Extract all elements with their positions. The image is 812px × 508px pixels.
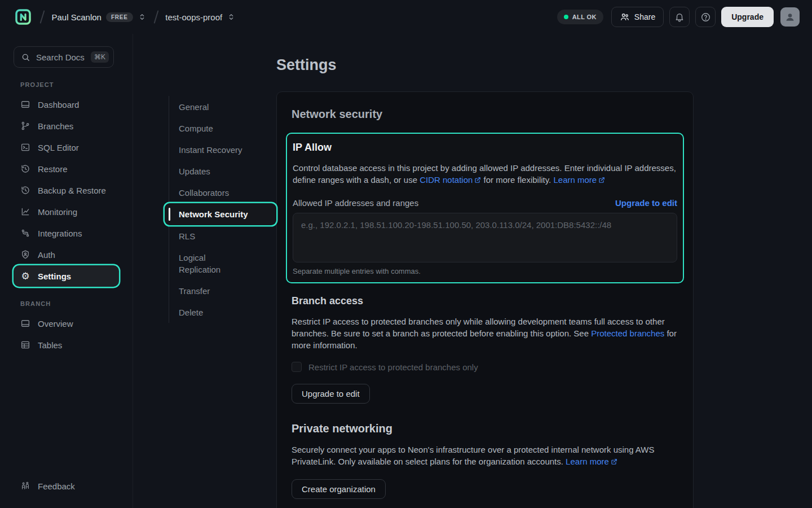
learn-more-link[interactable]: Learn more — [566, 457, 609, 466]
account-name: Paul Scanlon — [52, 12, 102, 22]
feedback-button[interactable]: Feedback — [20, 481, 75, 491]
top-header: Paul Scanlon FREE test-oops-proof ALL OK — [0, 0, 812, 34]
search-icon — [21, 52, 30, 62]
breadcrumb-divider — [40, 10, 45, 23]
subnav-item-network-security[interactable]: Network Security — [165, 203, 276, 225]
sidebar-item-auth[interactable]: Auth — [14, 244, 119, 265]
sidebar-item-monitoring[interactable]: Monitoring — [14, 201, 119, 222]
sidebar-item-settings[interactable]: ⚙ Settings — [14, 265, 119, 287]
subnav-item-compute[interactable]: Compute — [169, 117, 276, 139]
settings-main: Settings Network security IP Allow Contr… — [276, 34, 694, 508]
person-icon — [784, 11, 796, 23]
chevron-updown-icon — [227, 12, 236, 21]
sidebar-item-overview[interactable]: Overview — [14, 313, 119, 334]
neon-console: Paul Scanlon FREE test-oops-proof ALL OK — [0, 0, 812, 508]
breadcrumb-divider — [153, 10, 158, 23]
neon-logo[interactable] — [14, 7, 33, 27]
table-icon — [20, 340, 30, 350]
subnav-item-updates[interactable]: Updates — [169, 160, 276, 182]
ip-addresses-textarea[interactable] — [293, 213, 677, 262]
subnav-item-instant-recovery[interactable]: Instant Recovery — [169, 139, 276, 160]
sidebar-item-label: SQL Editor — [38, 143, 79, 152]
help-button[interactable] — [695, 7, 716, 27]
project-selector[interactable]: test-oops-proof — [165, 12, 236, 22]
search-shortcut: ⌘K — [91, 51, 109, 63]
settings-subnav: General Compute Instant Recovery Updates… — [169, 96, 276, 508]
bell-icon — [674, 12, 685, 22]
sidebar-item-label: Overview — [38, 319, 73, 329]
ip-allow-description: Control database access in this project … — [293, 162, 677, 186]
avatar[interactable] — [780, 7, 800, 27]
subnav-item-collaborators[interactable]: Collaborators — [169, 182, 276, 203]
branch-nav: Overview Tables — [0, 313, 133, 356]
sidebar-item-label: Auth — [38, 250, 55, 260]
sidebar-item-dashboard[interactable]: Dashboard — [14, 94, 119, 115]
notifications-button[interactable] — [669, 7, 690, 27]
sidebar-item-backup-restore[interactable]: Backup & Restore — [14, 179, 119, 201]
status-text: ALL OK — [572, 14, 597, 20]
external-link-icon — [611, 458, 617, 465]
sidebar-item-label: Branches — [38, 121, 73, 131]
branch-icon — [20, 121, 30, 131]
sidebar-item-label: Tables — [38, 340, 62, 350]
cidr-notation-link[interactable]: CIDR notation — [420, 175, 473, 185]
subnav-item-transfer[interactable]: Transfer — [169, 280, 276, 301]
subnav-item-rls[interactable]: RLS — [169, 225, 276, 247]
gear-icon: ⚙ — [20, 271, 30, 281]
status-dot-icon — [564, 15, 568, 19]
sidebar-item-label: Dashboard — [38, 100, 79, 110]
create-organization-button[interactable]: Create organization — [292, 479, 386, 499]
feedback-people-icon — [20, 481, 30, 491]
backup-clock-icon — [20, 185, 30, 195]
protected-branches-link[interactable]: Protected branches — [591, 329, 664, 338]
project-name: test-oops-proof — [165, 12, 222, 22]
integrations-icon — [20, 228, 30, 238]
private-networking-description: Securely connect your apps to Neon's inf… — [292, 444, 678, 467]
sidebar-item-label: Backup & Restore — [38, 186, 106, 195]
upgrade-to-edit-button[interactable]: Upgrade to edit — [292, 384, 370, 404]
ip-allow-desc-text: for more flexibility. — [481, 175, 553, 185]
window-icon — [20, 99, 30, 110]
subnav-item-delete[interactable]: Delete — [169, 301, 276, 323]
restrict-ip-checkbox[interactable] — [292, 362, 302, 372]
status-badge[interactable]: ALL OK — [557, 10, 603, 24]
external-link-icon — [598, 177, 605, 183]
sidebar-item-sql-editor[interactable]: SQL Editor — [14, 137, 119, 158]
page-title: Settings — [276, 56, 694, 74]
sidebar-item-tables[interactable]: Tables — [14, 334, 119, 356]
ip-allow-highlight-box: IP Allow Control database access in this… — [286, 133, 684, 283]
sidebar-item-branches[interactable]: Branches — [14, 115, 119, 137]
chart-icon — [20, 207, 30, 217]
org-selector[interactable]: Paul Scanlon FREE — [52, 12, 147, 22]
section-title: Network security — [292, 108, 678, 121]
neon-logo-icon — [14, 8, 32, 26]
network-security-card: Network security IP Allow Control databa… — [276, 91, 694, 508]
upgrade-to-edit-link[interactable]: Upgrade to edit — [615, 198, 677, 208]
subnav-item-logical-replication[interactable]: Logical Replication — [169, 247, 276, 280]
branch-access-description: Restrict IP access to protected branches… — [292, 316, 678, 351]
sidebar-item-label: Monitoring — [38, 207, 77, 217]
history-clock-icon — [20, 164, 30, 174]
upgrade-button[interactable]: Upgrade — [721, 7, 774, 27]
search-input[interactable]: Search Docs ⌘K — [14, 46, 114, 68]
sidebar-item-restore[interactable]: Restore — [14, 158, 119, 179]
chevron-updown-icon — [138, 12, 147, 21]
sidebar-item-label: Restore — [38, 164, 68, 174]
sidebar: Search Docs ⌘K PROJECT Dashboard Branche… — [0, 34, 133, 508]
ip-field-label: Allowed IP addresses and ranges — [293, 198, 418, 208]
terminal-icon — [20, 142, 30, 152]
sidebar-item-label: Integrations — [38, 229, 82, 238]
question-circle-icon — [700, 12, 711, 23]
external-link-icon — [474, 177, 481, 183]
subnav-item-general[interactable]: General — [169, 96, 276, 117]
private-networking-title: Private networking — [292, 422, 678, 435]
sidebar-item-integrations[interactable]: Integrations — [14, 222, 119, 244]
shield-person-icon — [20, 249, 30, 260]
sidebar-item-label: Settings — [38, 271, 71, 281]
learn-more-link[interactable]: Learn more — [553, 175, 597, 185]
share-button[interactable]: Share — [611, 7, 664, 27]
branch-access-title: Branch access — [292, 295, 678, 307]
ip-allow-title: IP Allow — [293, 142, 677, 154]
project-section-label: PROJECT — [20, 81, 133, 88]
search-placeholder: Search Docs — [36, 52, 85, 62]
